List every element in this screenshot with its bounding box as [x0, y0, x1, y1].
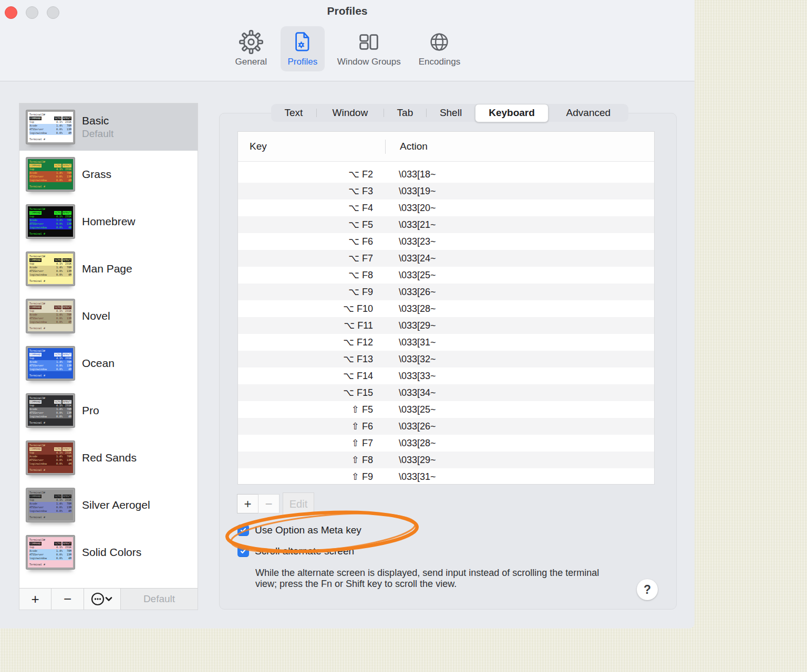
- use-option-as-meta-checkbox[interactable]: [237, 524, 249, 536]
- table-row[interactable]: ⌥ F10 \033[28~: [238, 300, 654, 317]
- tab-keyboard[interactable]: Keyboard: [475, 104, 548, 122]
- action-cell: \033[34~: [385, 387, 436, 398]
- profile-list-item-solid-colors[interactable]: Terminal3# COMMAND%CPURPRVT top4.1%231KX…: [19, 529, 198, 576]
- table-row[interactable]: ⇧ F8 \033[29~: [238, 452, 654, 468]
- profile-actions-menu-button[interactable]: [84, 589, 121, 610]
- toolbar-item-label: General: [235, 57, 267, 67]
- table-row[interactable]: ⌥ F2 \033[18~: [238, 166, 654, 183]
- remove-profile-button[interactable]: −: [51, 589, 84, 610]
- action-cell: \033[31~: [385, 337, 436, 348]
- table-row[interactable]: ⇧ F9 \033[31~: [238, 468, 654, 485]
- table-row[interactable]: ⌥ F8 \033[25~: [238, 267, 654, 284]
- add-mapping-button[interactable]: +: [237, 494, 258, 513]
- action-cell: \033[20~: [385, 203, 436, 214]
- set-default-button[interactable]: Default: [121, 589, 198, 610]
- table-row[interactable]: ⌥ F6 \033[23~: [238, 233, 654, 250]
- action-cell: \033[32~: [385, 354, 436, 365]
- toolbar-item-label: Window Groups: [337, 57, 401, 67]
- table-row[interactable]: ⌥ F13 \033[32~: [238, 351, 654, 368]
- edit-mapping-button[interactable]: Edit: [283, 492, 314, 516]
- profiles-sidebar: Terminal3# COMMAND%CPURPRVT top4.1%231KX…: [19, 103, 198, 610]
- table-row[interactable]: ⇧ F6 \033[26~: [238, 418, 654, 435]
- profile-list-item-pro[interactable]: Terminal3# COMMAND%CPURPRVT top4.1%231KX…: [19, 387, 198, 434]
- tab-window[interactable]: Window: [317, 104, 384, 122]
- ellipsis-circle-chevron-icon: [91, 592, 114, 606]
- scroll-alternate-screen-checkbox-row: Scroll alternate screen: [237, 545, 354, 557]
- action-cell: \033[31~: [385, 471, 436, 482]
- table-row[interactable]: ⌥ F5 \033[21~: [238, 216, 654, 233]
- toolbar-item-window-groups[interactable]: Window Groups: [332, 26, 406, 71]
- action-cell: \033[25~: [385, 270, 436, 281]
- tab-advanced[interactable]: Advanced: [549, 104, 628, 122]
- table-row[interactable]: ⌥ F15 \033[34~: [238, 384, 654, 401]
- key-mappings-table: Key Action ⌥ F2 \033[18~ ⌥ F3 \033[19~ ⌥…: [237, 131, 655, 485]
- profile-list-item-man-page[interactable]: Terminal3# COMMAND%CPURPRVT top4.1%231KX…: [19, 245, 198, 292]
- key-cell: ⌥ F15: [238, 387, 385, 398]
- profile-list-item-grass[interactable]: Terminal3# COMMAND%CPURPRVT top4.1%231KX…: [19, 151, 198, 198]
- tab-text[interactable]: Text: [271, 104, 316, 122]
- key-cell: ⌥ F3: [238, 185, 385, 197]
- sidebar-footer: + − Default: [19, 588, 198, 610]
- toolbar-item-general[interactable]: General: [229, 26, 273, 71]
- column-header-key[interactable]: Key: [238, 141, 267, 152]
- profile-thumbnail: Terminal3# COMMAND%CPURPRVT top4.1%231KX…: [26, 441, 75, 475]
- profile-doc-icon: [291, 30, 314, 54]
- scroll-alternate-screen-checkbox[interactable]: [237, 545, 249, 557]
- action-cell: \033[19~: [385, 186, 436, 197]
- tab-tab[interactable]: Tab: [384, 104, 426, 122]
- profile-list-item-silver-aerogel[interactable]: Terminal3# COMMAND%CPURPRVT top4.1%231KX…: [19, 481, 198, 529]
- action-cell: \033[21~: [385, 219, 436, 230]
- profile-name: Silver Aerogel: [82, 499, 150, 511]
- toolbar-item-profiles[interactable]: Profiles: [281, 26, 325, 71]
- table-row[interactable]: ⌥ F9 \033[26~: [238, 284, 654, 300]
- profile-thumbnail: Terminal3# COMMAND%CPURPRVT top4.1%231KX…: [26, 252, 75, 286]
- key-cell: ⌥ F10: [238, 303, 385, 314]
- toolbar-item-encodings[interactable]: Encodings: [413, 26, 465, 71]
- help-button[interactable]: ?: [637, 579, 658, 600]
- action-cell: \033[28~: [385, 303, 436, 314]
- key-cell: ⌥ F13: [238, 353, 385, 365]
- scroll-alternate-screen-label: Scroll alternate screen: [255, 545, 354, 557]
- profile-name: Red Sands: [82, 452, 137, 464]
- table-row[interactable]: ⌥ F14 \033[33~: [238, 368, 654, 384]
- add-profile-button[interactable]: +: [19, 589, 51, 610]
- profile-list-item-red-sands[interactable]: Terminal3# COMMAND%CPURPRVT top4.1%231KX…: [19, 434, 198, 481]
- profile-thumbnail: Terminal3# COMMAND%CPURPRVT top4.1%231KX…: [26, 488, 75, 522]
- action-cell: \033[23~: [385, 236, 436, 247]
- profile-list-item-ocean[interactable]: Terminal3# COMMAND%CPURPRVT top4.1%231KX…: [19, 340, 198, 387]
- table-row[interactable]: ⌥ F11 \033[29~: [238, 317, 654, 334]
- action-cell: \033[24~: [385, 253, 436, 264]
- key-cell: ⌥ F5: [238, 219, 385, 230]
- table-row[interactable]: ⇧ F7 \033[28~: [238, 435, 654, 452]
- profile-list-item-homebrew[interactable]: Terminal3# COMMAND%CPURPRVT top4.1%231KX…: [19, 198, 198, 245]
- toolbar: General Profiles Window Groups Encodings: [0, 26, 695, 71]
- profile-thumbnail: Terminal3# COMMAND%CPURPRVT top4.1%231KX…: [26, 394, 75, 427]
- key-cell: ⌥ F11: [238, 320, 385, 331]
- action-cell: \033[26~: [385, 421, 436, 432]
- remove-mapping-button[interactable]: −: [258, 494, 280, 513]
- profile-tabs: TextWindowTabShellKeyboardAdvanced: [271, 104, 628, 122]
- key-cell: ⌥ F9: [238, 286, 385, 298]
- use-option-as-meta-label: Use Option as Meta key: [255, 524, 361, 536]
- table-row[interactable]: ⌥ F7 \033[24~: [238, 250, 654, 267]
- table-row[interactable]: ⌥ F12 \033[31~: [238, 334, 654, 351]
- gear-icon: [239, 30, 263, 54]
- column-header-action[interactable]: Action: [400, 141, 428, 152]
- profile-name: Basic: [82, 114, 113, 127]
- table-row[interactable]: ⌥ F3 \033[19~: [238, 183, 654, 200]
- window-groups-icon: [357, 29, 381, 55]
- key-cell: ⇧ F9: [238, 471, 385, 482]
- key-cell: ⇧ F5: [238, 404, 385, 415]
- table-row[interactable]: ⇧ F5 \033[25~: [238, 401, 654, 418]
- titlebar: Profiles General Profiles Window Groups: [0, 0, 695, 81]
- profile-list-item-basic[interactable]: Terminal3# COMMAND%CPURPRVT top4.1%231KX…: [19, 103, 198, 151]
- globe-icon: [427, 29, 451, 55]
- checkmark-icon: [240, 527, 247, 534]
- profile-thumbnail: Terminal3# COMMAND%CPURPRVT top4.1%231KX…: [26, 158, 75, 191]
- tab-shell[interactable]: Shell: [427, 104, 475, 122]
- table-row[interactable]: ⌥ F4 \033[20~: [238, 200, 654, 216]
- profile-name: Man Page: [82, 262, 132, 275]
- profile-list-item-novel[interactable]: Terminal3# COMMAND%CPURPRVT top4.1%231KX…: [19, 292, 198, 340]
- key-cell: ⌥ F7: [238, 253, 385, 264]
- column-divider[interactable]: [385, 140, 386, 154]
